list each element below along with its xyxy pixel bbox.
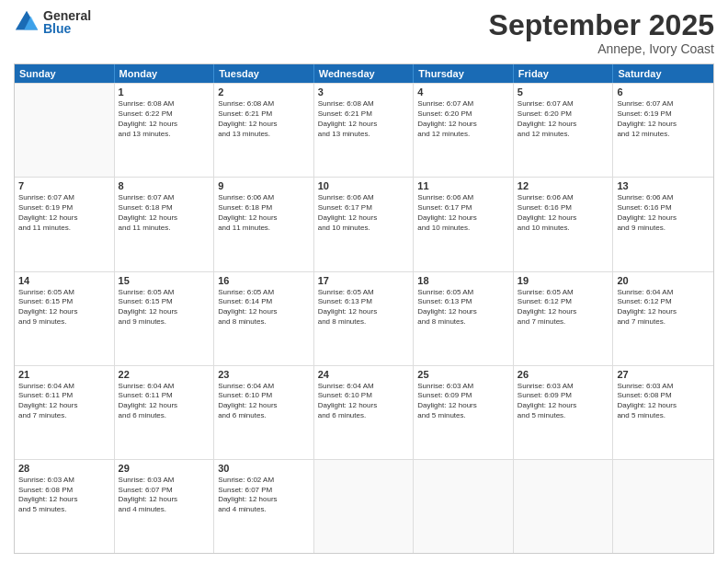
cell-details: Sunrise: 6:08 AMSunset: 6:21 PMDaylight:… xyxy=(318,99,410,139)
calendar-cell-day-19: 19Sunrise: 6:05 AMSunset: 6:12 PMDayligh… xyxy=(514,272,614,365)
day-number: 26 xyxy=(518,369,609,380)
cell-details: Sunrise: 6:06 AMSunset: 6:17 PMDaylight:… xyxy=(318,193,410,233)
cell-details: Sunrise: 6:06 AMSunset: 6:18 PMDaylight:… xyxy=(218,193,310,233)
cell-details: Sunrise: 6:08 AMSunset: 6:22 PMDaylight:… xyxy=(119,99,210,139)
cell-details: Sunrise: 6:07 AMSunset: 6:20 PMDaylight:… xyxy=(417,99,509,139)
calendar-cell-day-15: 15Sunrise: 6:05 AMSunset: 6:15 PMDayligh… xyxy=(115,272,215,365)
day-number: 15 xyxy=(119,275,210,286)
header-day-tuesday: Tuesday xyxy=(214,64,314,83)
calendar-cell-empty xyxy=(314,460,415,553)
day-number: 20 xyxy=(617,275,710,286)
header-day-friday: Friday xyxy=(514,64,614,83)
cell-details: Sunrise: 6:03 AMSunset: 6:08 PMDaylight:… xyxy=(18,476,110,515)
day-number: 13 xyxy=(617,180,710,191)
calendar-cell-day-22: 22Sunrise: 6:04 AMSunset: 6:11 PMDayligh… xyxy=(115,366,215,459)
calendar-cell-day-5: 5Sunrise: 6:07 AMSunset: 6:20 PMDaylight… xyxy=(514,84,614,177)
calendar-cell-day-21: 21Sunrise: 6:04 AMSunset: 6:11 PMDayligh… xyxy=(15,366,115,459)
cell-details: Sunrise: 6:05 AMSunset: 6:14 PMDaylight:… xyxy=(218,288,310,327)
cell-details: Sunrise: 6:05 AMSunset: 6:13 PMDaylight:… xyxy=(417,288,509,327)
day-number: 12 xyxy=(518,180,609,191)
calendar-row-5: 28Sunrise: 6:03 AMSunset: 6:08 PMDayligh… xyxy=(15,459,713,553)
calendar: SundayMondayTuesdayWednesdayThursdayFrid… xyxy=(14,63,714,554)
day-number: 3 xyxy=(318,86,410,98)
header-day-monday: Monday xyxy=(115,64,215,83)
calendar-cell-day-16: 16Sunrise: 6:05 AMSunset: 6:14 PMDayligh… xyxy=(214,272,314,365)
day-number: 2 xyxy=(218,86,310,98)
day-number: 8 xyxy=(119,180,210,191)
header-day-thursday: Thursday xyxy=(414,64,514,83)
calendar-cell-day-12: 12Sunrise: 6:06 AMSunset: 6:16 PMDayligh… xyxy=(514,178,614,270)
day-number: 14 xyxy=(18,275,110,286)
cell-details: Sunrise: 6:07 AMSunset: 6:19 PMDaylight:… xyxy=(18,193,110,233)
cell-details: Sunrise: 6:06 AMSunset: 6:16 PMDaylight:… xyxy=(617,193,710,233)
calendar-cell-day-14: 14Sunrise: 6:05 AMSunset: 6:15 PMDayligh… xyxy=(15,272,115,365)
title-block: September 2025 Annepe, Ivory Coast xyxy=(489,9,714,56)
logo-blue: Blue xyxy=(43,22,91,35)
calendar-cell-day-11: 11Sunrise: 6:06 AMSunset: 6:17 PMDayligh… xyxy=(414,178,514,270)
day-number: 29 xyxy=(119,463,210,474)
calendar-cell-day-30: 30Sunrise: 6:02 AMSunset: 6:07 PMDayligh… xyxy=(214,460,314,553)
day-number: 22 xyxy=(119,369,210,380)
day-number: 28 xyxy=(18,463,110,474)
calendar-cell-day-26: 26Sunrise: 6:03 AMSunset: 6:09 PMDayligh… xyxy=(514,366,614,459)
calendar-row-4: 21Sunrise: 6:04 AMSunset: 6:11 PMDayligh… xyxy=(15,365,713,459)
cell-details: Sunrise: 6:06 AMSunset: 6:16 PMDaylight:… xyxy=(518,193,609,233)
day-number: 30 xyxy=(218,463,310,474)
logo: General Blue xyxy=(14,9,91,35)
calendar-cell-day-17: 17Sunrise: 6:05 AMSunset: 6:13 PMDayligh… xyxy=(314,272,415,365)
day-number: 9 xyxy=(218,180,310,191)
calendar-cell-day-28: 28Sunrise: 6:03 AMSunset: 6:08 PMDayligh… xyxy=(15,460,115,553)
day-number: 6 xyxy=(617,86,710,98)
calendar-cell-day-20: 20Sunrise: 6:04 AMSunset: 6:12 PMDayligh… xyxy=(613,272,713,365)
calendar-cell-empty xyxy=(15,84,115,177)
calendar-cell-day-27: 27Sunrise: 6:03 AMSunset: 6:08 PMDayligh… xyxy=(613,366,713,459)
cell-details: Sunrise: 6:04 AMSunset: 6:12 PMDaylight:… xyxy=(617,288,710,327)
day-number: 27 xyxy=(617,369,710,380)
calendar-cell-day-9: 9Sunrise: 6:06 AMSunset: 6:18 PMDaylight… xyxy=(214,178,314,270)
day-number: 1 xyxy=(119,86,210,98)
day-number: 21 xyxy=(18,369,110,380)
page: General Blue September 2025 Annepe, Ivor… xyxy=(0,0,728,563)
cell-details: Sunrise: 6:07 AMSunset: 6:19 PMDaylight:… xyxy=(617,99,710,139)
cell-details: Sunrise: 6:07 AMSunset: 6:20 PMDaylight:… xyxy=(518,99,609,139)
day-number: 17 xyxy=(318,275,410,286)
cell-details: Sunrise: 6:04 AMSunset: 6:11 PMDaylight:… xyxy=(119,382,210,421)
calendar-row-3: 14Sunrise: 6:05 AMSunset: 6:15 PMDayligh… xyxy=(15,271,713,365)
calendar-cell-day-18: 18Sunrise: 6:05 AMSunset: 6:13 PMDayligh… xyxy=(414,272,514,365)
calendar-cell-day-3: 3Sunrise: 6:08 AMSunset: 6:21 PMDaylight… xyxy=(314,84,415,177)
calendar-body: 1Sunrise: 6:08 AMSunset: 6:22 PMDaylight… xyxy=(15,83,713,553)
calendar-cell-day-13: 13Sunrise: 6:06 AMSunset: 6:16 PMDayligh… xyxy=(613,178,713,270)
header: General Blue September 2025 Annepe, Ivor… xyxy=(14,9,714,56)
day-number: 24 xyxy=(318,369,410,380)
cell-details: Sunrise: 6:05 AMSunset: 6:15 PMDaylight:… xyxy=(119,288,210,327)
day-number: 23 xyxy=(218,369,310,380)
calendar-cell-day-24: 24Sunrise: 6:04 AMSunset: 6:10 PMDayligh… xyxy=(314,366,415,459)
cell-details: Sunrise: 6:08 AMSunset: 6:21 PMDaylight:… xyxy=(218,99,310,139)
day-number: 25 xyxy=(417,369,509,380)
day-number: 16 xyxy=(218,275,310,286)
day-number: 4 xyxy=(417,86,509,98)
calendar-cell-empty xyxy=(414,460,514,553)
calendar-cell-day-2: 2Sunrise: 6:08 AMSunset: 6:21 PMDaylight… xyxy=(214,84,314,177)
day-number: 5 xyxy=(518,86,609,98)
day-number: 11 xyxy=(417,180,509,191)
logo-text: General Blue xyxy=(43,9,91,35)
logo-icon xyxy=(14,9,40,35)
cell-details: Sunrise: 6:03 AMSunset: 6:08 PMDaylight:… xyxy=(617,382,710,421)
header-day-wednesday: Wednesday xyxy=(314,64,415,83)
calendar-cell-day-29: 29Sunrise: 6:03 AMSunset: 6:07 PMDayligh… xyxy=(115,460,215,553)
day-number: 19 xyxy=(518,275,609,286)
calendar-cell-day-7: 7Sunrise: 6:07 AMSunset: 6:19 PMDaylight… xyxy=(15,178,115,270)
cell-details: Sunrise: 6:04 AMSunset: 6:11 PMDaylight:… xyxy=(18,382,110,421)
calendar-cell-day-23: 23Sunrise: 6:04 AMSunset: 6:10 PMDayligh… xyxy=(214,366,314,459)
cell-details: Sunrise: 6:05 AMSunset: 6:15 PMDaylight:… xyxy=(18,288,110,327)
month-title: September 2025 xyxy=(489,9,714,41)
cell-details: Sunrise: 6:03 AMSunset: 6:09 PMDaylight:… xyxy=(417,382,509,421)
calendar-cell-day-6: 6Sunrise: 6:07 AMSunset: 6:19 PMDaylight… xyxy=(613,84,713,177)
calendar-cell-day-25: 25Sunrise: 6:03 AMSunset: 6:09 PMDayligh… xyxy=(414,366,514,459)
calendar-cell-day-10: 10Sunrise: 6:06 AMSunset: 6:17 PMDayligh… xyxy=(314,178,415,270)
cell-details: Sunrise: 6:05 AMSunset: 6:12 PMDaylight:… xyxy=(518,288,609,327)
calendar-cell-empty xyxy=(514,460,614,553)
day-number: 10 xyxy=(318,180,410,191)
calendar-cell-day-1: 1Sunrise: 6:08 AMSunset: 6:22 PMDaylight… xyxy=(115,84,215,177)
